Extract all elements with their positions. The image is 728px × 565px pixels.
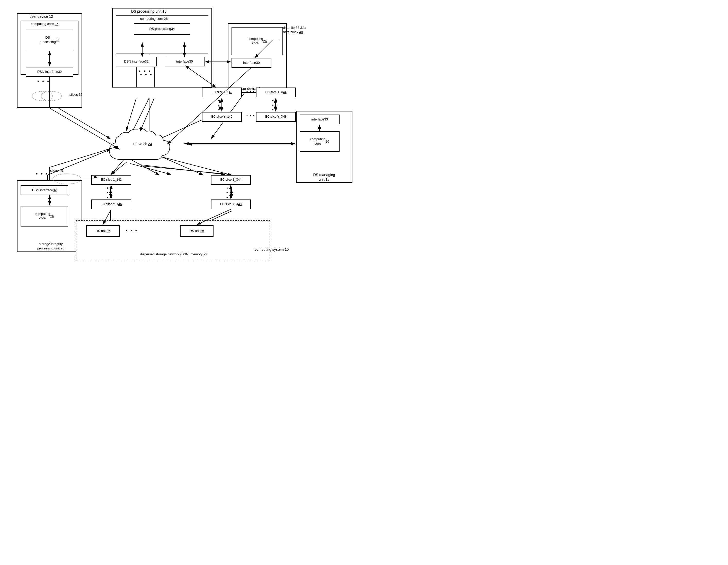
cloud-svg xyxy=(102,126,184,167)
ds-processing-unit-16-interface-30: interface 30 xyxy=(165,57,205,66)
data-file-label: data file 38 &/ordata block 40 xyxy=(283,26,306,34)
ec-slice-1-x-top: EC slice 1_X 44 xyxy=(256,87,296,97)
dots-ds-units: • • • xyxy=(126,228,138,233)
storage-integrity-label: storage integrityprocessing unit 20 xyxy=(18,242,84,251)
svg-point-34 xyxy=(41,91,62,101)
dots-ds-proc-dsn: • • • xyxy=(139,68,152,74)
ec-slice-y-x-top: EC slice Y_X 48 xyxy=(256,112,296,122)
dots-user-device-12: • • • xyxy=(37,78,50,84)
svg-point-35 xyxy=(53,174,81,184)
ds-proc-unit-computing-core-label: computing core 26 xyxy=(140,17,168,21)
slices-45-ellipse xyxy=(50,172,84,185)
ec-slice-1-1-top: EC slice 1_1 42 xyxy=(202,87,242,97)
ds-unit-right: DS unit 36 xyxy=(180,225,214,237)
ds-unit-left: DS unit 36 xyxy=(86,225,120,237)
storage-integrity-dsn-interface: DSN interface 32 xyxy=(21,185,68,195)
ds-processing-unit-16-ds-processing: DS processing 34 xyxy=(134,23,190,35)
dots-ec-top-row-bottom: • • • xyxy=(246,114,255,118)
ds-managing-unit-18-label: DS managingunit 18 xyxy=(302,172,346,182)
network-cloud: network 24 xyxy=(102,126,184,167)
slices-35-ellipses xyxy=(30,89,66,103)
ds-processing-unit-16-computing-core xyxy=(116,15,208,54)
dots-ec-bottom-right-col: ••• xyxy=(226,186,228,200)
user-device-12-computing-core-label: computing core 26 xyxy=(31,22,58,26)
dots-storage-integrity-top: • • • xyxy=(36,171,49,176)
svg-point-33 xyxy=(32,91,53,101)
ec-slice-y-1-top: EC slice Y_1 46 xyxy=(202,112,242,122)
user-device-12-dsn-interface: DSN interface 32 xyxy=(26,67,73,77)
dots-ec-top-row: • • • xyxy=(246,89,255,93)
ds-managing-unit-18-computing-core: computingcore 26 xyxy=(300,131,340,152)
ds-managing-unit-18-interface: interface 33 xyxy=(300,114,340,124)
user-device-12-ds-processing: DSprocessing 34 xyxy=(26,30,73,50)
ec-slice-1-x-bottom: EC slice 1_X 44 xyxy=(211,175,251,185)
user-device-12-label: user device 12 xyxy=(30,14,53,19)
storage-integrity-computing-core: computingcore 26 xyxy=(21,206,68,226)
user-device-14-interface-30: interface 30 xyxy=(232,58,271,68)
diagram: user device 12 computing core 26 DSproce… xyxy=(0,0,364,282)
ec-slice-1-1-bottom: EC slice 1_1 42 xyxy=(91,175,131,185)
user-device-14-computing-core: computingcore 26 xyxy=(232,27,283,55)
dots-ec-bottom-left-col: ••• xyxy=(107,186,109,200)
ds-processing-unit-16-dsn-interface: DSN interface 32 xyxy=(116,57,157,66)
ec-slice-y-x-bottom: EC slice Y_X 48 xyxy=(211,199,251,209)
dots-ec-top-col-left: ••• xyxy=(218,98,220,112)
dots-ec-top-col-right: ••• xyxy=(272,98,274,112)
slices-35-label: slices 35 xyxy=(69,93,83,97)
computing-system-10-label: computing system 10 xyxy=(255,247,289,252)
ds-processing-unit-16-label: DS processing unit 16 xyxy=(131,9,166,14)
ec-slice-y-1-bottom: EC slice Y_1 46 xyxy=(91,199,131,209)
dsn-memory-label: dispersed storage network (DSN) memory 2… xyxy=(77,252,270,256)
